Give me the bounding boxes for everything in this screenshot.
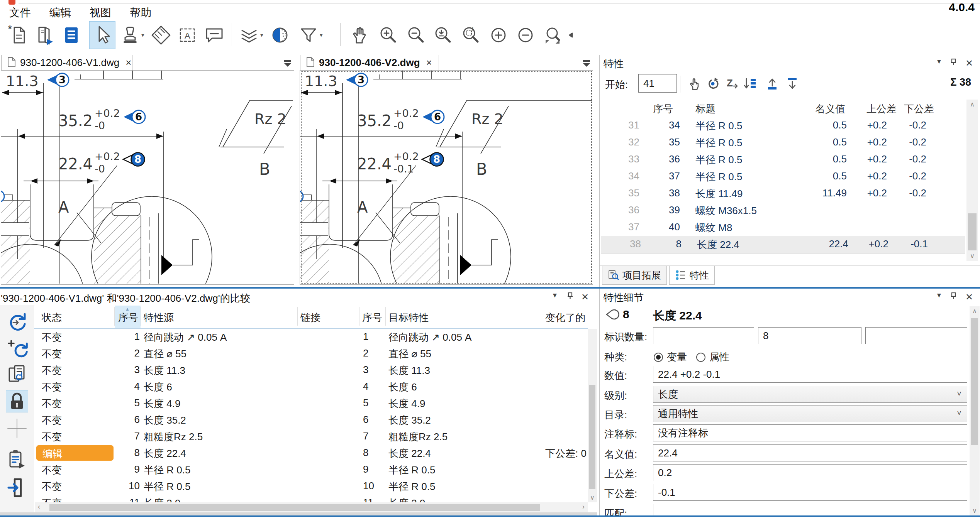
new-doc-icon[interactable]: *	[5, 22, 31, 49]
col-src-seq[interactable]: 序号	[118, 311, 138, 324]
sort-down-icon[interactable]	[783, 75, 801, 93]
tab-930-1200-406-v2[interactable]: 930-1200-406-V2.dwg ×	[300, 55, 439, 70]
input-field[interactable]: -0.1	[653, 484, 967, 501]
add-compare-icon[interactable]	[6, 337, 28, 359]
radio-变量[interactable]: 变量	[654, 350, 687, 364]
col-seq[interactable]: 序号	[653, 102, 673, 116]
sort-up-icon[interactable]	[763, 75, 781, 93]
export-exit-icon[interactable]	[6, 477, 28, 498]
tab-overflow-icon[interactable]	[283, 58, 293, 68]
properties-row-34[interactable]: 3134半径 R 0.50.5+0.2-0.2	[600, 117, 980, 134]
comparison-row-9[interactable]: 不变9半径 R 0.59半径 R 0.5	[34, 461, 588, 478]
comparison-row-4[interactable]: 不变4长度 64长度 6	[34, 378, 588, 395]
comparison-row-5[interactable]: 不变5长度 4.95长度 4.9	[34, 395, 588, 412]
input-field[interactable]: 22.4 +0.2 -0.1	[653, 366, 967, 383]
properties-row-39[interactable]: 3639螺纹 M36x1.5	[600, 202, 980, 219]
pin-icon[interactable]	[948, 58, 960, 69]
col-title[interactable]: 标题	[695, 102, 716, 116]
col-lower[interactable]: 下公差	[904, 102, 934, 116]
marquee-select-icon[interactable]: A	[175, 22, 200, 49]
close-icon[interactable]: ✕	[963, 58, 975, 69]
stamp-balloon-icon[interactable]	[117, 22, 143, 49]
collapse-icon[interactable]: ▼	[933, 292, 945, 302]
tab-overflow-icon[interactable]	[582, 58, 592, 68]
properties-row-36[interactable]: 3336半径 R 0.50.5+0.2-0.2	[600, 151, 980, 168]
close-icon[interactable]: ✕	[579, 292, 591, 302]
rotate-ccw-icon[interactable]	[704, 75, 722, 93]
comparison-vscrollbar[interactable]: ∨	[588, 329, 597, 502]
collapse-icon[interactable]: ▼	[933, 58, 945, 69]
tab-930-1200-406-v1[interactable]: 930-1200-406-V1.dwg ×	[1, 55, 132, 70]
col-tgt-seq[interactable]: 序号	[362, 311, 382, 324]
layers-dropdown-icon[interactable]: ▾	[260, 32, 263, 39]
zoom-extents-icon[interactable]	[430, 22, 456, 49]
tab-close-icon[interactable]: ×	[426, 57, 432, 69]
col-link[interactable]: 链接	[300, 311, 320, 324]
filter-funnel-dropdown-icon[interactable]: ▾	[320, 32, 323, 39]
drawing-canvas-v1[interactable]: 11.335.2+0.2-022.4+0.2-0ARz 2B368	[1, 70, 294, 285]
select-cursor-icon[interactable]	[90, 22, 115, 49]
plus-circle-icon[interactable]	[486, 22, 511, 49]
z-order-icon[interactable]: Z	[722, 75, 740, 93]
radio-属性[interactable]: 属性	[696, 350, 729, 364]
comparison-row-10[interactable]: 不变10半径 R 0.510半径 R 0.5	[34, 478, 588, 495]
properties-row-35[interactable]: 3235半径 R 0.50.5+0.2-0.2	[600, 134, 980, 151]
comparison-hscrollbar[interactable]: ‹ ›	[35, 502, 588, 512]
properties-row-40[interactable]: 3740螺纹 M8	[600, 219, 980, 236]
sync-compare-icon[interactable]	[6, 311, 28, 333]
contrast-icon[interactable]	[268, 22, 293, 49]
clipboard-export-icon[interactable]	[6, 448, 28, 470]
select-field[interactable]: 长度˅	[653, 386, 967, 403]
minus-circle-icon[interactable]	[513, 22, 538, 49]
col-changed[interactable]: 变化了的	[545, 311, 585, 324]
pan-hand-icon[interactable]	[348, 22, 373, 49]
select-field[interactable]: 通用特性˅	[653, 405, 967, 422]
filter-funnel-icon[interactable]	[296, 22, 321, 49]
tag-icon[interactable]	[148, 22, 174, 49]
bottom-tab-project[interactable]: 项目拓展	[602, 266, 667, 285]
bottom-tab-properties[interactable]: 特性	[669, 266, 715, 285]
pin-icon[interactable]	[948, 292, 960, 302]
tab-close-icon[interactable]: ×	[125, 57, 131, 69]
stamp-balloon-dropdown-icon[interactable]: ▾	[141, 32, 144, 39]
input-field[interactable]: 22.4	[653, 444, 967, 461]
comparison-row-3[interactable]: 不变3长度 11.33长度 11.3	[34, 362, 588, 378]
col-nominal[interactable]: 名义值	[815, 102, 845, 116]
zoom-selection-icon[interactable]	[540, 22, 565, 49]
properties-scrollbar[interactable]: ∧ ∨	[966, 100, 978, 261]
id-qty-input-0[interactable]	[653, 327, 754, 344]
close-icon[interactable]: ✕	[963, 292, 975, 302]
zoom-window-icon[interactable]: 1	[458, 22, 483, 49]
input-field[interactable]	[653, 504, 967, 515]
comment-icon[interactable]	[202, 22, 227, 49]
start-number-input[interactable]: 41	[638, 74, 677, 93]
input-field[interactable]: 没有注释标	[653, 424, 967, 441]
id-qty-input-2[interactable]	[865, 327, 967, 344]
input-field[interactable]: 0.2	[653, 464, 967, 481]
copy-results-icon[interactable]	[6, 363, 28, 385]
properties-row-37[interactable]: 3437半径 R 0.50.5+0.2-0.2	[600, 168, 980, 185]
col-source[interactable]: 特性源	[144, 311, 174, 324]
zoom-in-icon[interactable]	[375, 22, 401, 49]
crosshair-icon[interactable]	[6, 417, 28, 439]
properties-row-38[interactable]: 3538长度 11.4911.49+0.2-0.2	[600, 185, 980, 202]
pin-icon[interactable]	[565, 292, 576, 302]
comparison-row-6[interactable]: 不变6长度 35.26长度 35.2	[34, 412, 588, 428]
open-doc-icon[interactable]	[32, 22, 57, 49]
hand-pointer-icon[interactable]	[685, 75, 703, 93]
id-qty-input-1[interactable]: 8	[758, 327, 861, 344]
drawing-canvas-v2[interactable]: 11.335.2+0.2-022.4+0.2-0.1ARz 2B368	[300, 70, 593, 285]
col-upper[interactable]: 上公差	[866, 102, 897, 116]
collapse-arrow-icon[interactable]	[567, 22, 575, 49]
comparison-row-8[interactable]: 编辑8长度 22.48长度 22.4下公差: 0	[34, 445, 588, 461]
comparison-row-1[interactable]: 不变1径向跳动 ↗ 0.05 A1径向跳动 ↗ 0.05 A	[34, 329, 588, 345]
col-target[interactable]: 目标特性	[388, 311, 429, 324]
properties-row-8[interactable]: 388长度 22.422.4+0.2-0.1	[601, 236, 965, 253]
sort-list-icon[interactable]	[741, 75, 759, 93]
collapse-icon[interactable]: ▼	[549, 292, 561, 302]
zoom-out-icon[interactable]	[403, 22, 429, 49]
save-icon[interactable]	[59, 22, 84, 49]
lock-icon[interactable]	[6, 390, 28, 412]
comparison-row-2[interactable]: 不变2直径 ⌀ 552直径 ⌀ 55	[34, 345, 588, 362]
comparison-row-7[interactable]: 不变7粗糙度Rz 2.57粗糙度Rz 2.5	[34, 428, 588, 445]
